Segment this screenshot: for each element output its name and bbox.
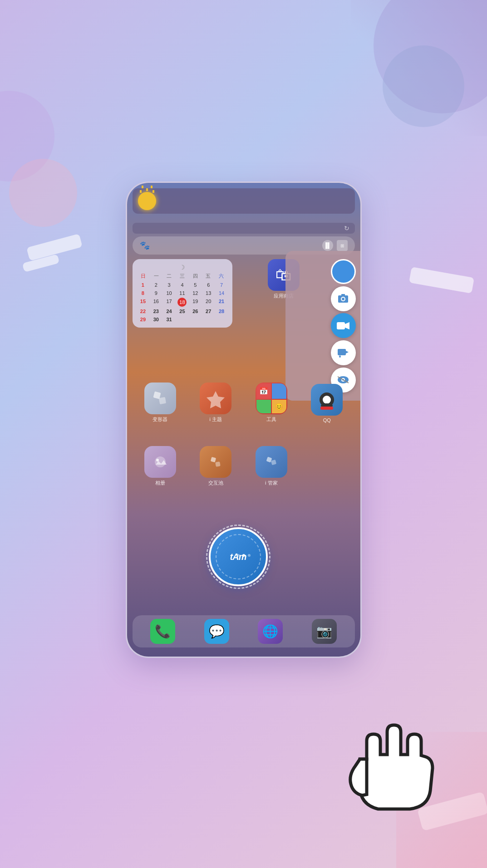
theme-icon [200, 383, 231, 414]
svg-rect-20 [215, 461, 221, 467]
photos-label: 相册 [155, 480, 165, 486]
tools-label: 工具 [266, 416, 276, 423]
svg-rect-22 [271, 460, 276, 465]
voice-icon[interactable]: ▐▌ [322, 240, 333, 251]
svg-point-18 [156, 459, 159, 461]
svg-marker-5 [345, 322, 349, 329]
hand-cursor-svg [342, 696, 442, 823]
message-icon: 💬 [209, 624, 225, 639]
browser-icon: 🌐 [262, 624, 278, 639]
transformer-icon [144, 383, 176, 414]
dock-browser[interactable]: 🌐 [258, 619, 283, 644]
interact-icon [200, 446, 231, 478]
app-item-manager[interactable]: i 管家 [256, 446, 287, 486]
svg-point-2 [342, 298, 344, 300]
app-item-theme[interactable]: i 主题 [200, 383, 231, 423]
app-item-interact[interactable]: 交互池 [200, 446, 231, 486]
screenshot-icon [337, 292, 349, 305]
svg-rect-15 [159, 397, 166, 404]
svg-marker-7 [346, 351, 349, 353]
floating-tap-button[interactable]: tAm [209, 527, 268, 586]
qq-icon [311, 384, 343, 416]
stream-icon [336, 347, 350, 359]
svg-rect-19 [211, 457, 216, 462]
phone-icon: 📞 [155, 624, 171, 639]
placeholder-icon [311, 455, 343, 486]
camera-icon: 📷 [316, 624, 332, 639]
apps-row-2: 相册 交互池 [133, 446, 355, 486]
record-dot-icon [338, 267, 348, 277]
video-icon [336, 320, 350, 331]
calendar-grid: 1234567 891011121314 151617 18 192021 22… [137, 281, 228, 323]
bg-circle-3 [9, 159, 77, 227]
bg-circle-4 [383, 45, 464, 127]
date-bar: ↻ [133, 223, 355, 234]
tools-icon: 📅 😊 [256, 383, 287, 414]
svg-rect-3 [341, 294, 345, 296]
phone-screen: ↻ 🐾 ▐▌ ⊞ ☽ 日 一二三四 五六 [127, 183, 360, 657]
hand-cursor-container [342, 696, 442, 823]
deco-stripe-3 [409, 267, 474, 294]
app-item-transformer[interactable]: 变形器 [144, 383, 176, 423]
weather-bar [133, 188, 355, 214]
app-item-qq[interactable]: QQ [311, 384, 343, 423]
phone-frame: ↻ 🐾 ▐▌ ⊞ ☽ 日 一二三四 五六 [126, 181, 362, 658]
tap-button-circle[interactable]: tAm [209, 527, 268, 586]
svg-rect-4 [337, 322, 345, 329]
refresh-icon: ↻ [344, 225, 349, 232]
manager-label: i 管家 [265, 480, 278, 486]
photos-icon [144, 446, 176, 478]
svg-marker-16 [207, 391, 225, 408]
dot-3 [248, 554, 251, 557]
screenshot-button[interactable] [331, 286, 356, 311]
transformer-label: 变形器 [152, 416, 167, 423]
dock-phone[interactable]: 📞 [150, 619, 175, 644]
weather-left [138, 192, 160, 210]
dock-message[interactable]: 💬 [204, 619, 229, 644]
calendar-header: 日 一二三四 五六 [137, 273, 228, 280]
scan-icon[interactable]: ⊞ [337, 240, 348, 251]
record-button[interactable] [331, 259, 356, 284]
bottom-dock: 📞 💬 🌐 📷 [133, 615, 355, 647]
sun-icon [138, 192, 156, 210]
search-action-icons: ▐▌ ⊞ [322, 240, 348, 251]
floating-menu [285, 251, 360, 401]
tap-label: tAm [230, 552, 246, 562]
stream-button[interactable] [331, 340, 356, 365]
interact-label: 交互池 [208, 480, 223, 486]
qq-label: QQ [323, 417, 331, 423]
app-item-photos[interactable]: 相册 [144, 446, 176, 486]
dock-camera[interactable]: 📷 [312, 619, 337, 644]
svg-rect-6 [338, 349, 346, 355]
calendar-widget: ☽ 日 一二三四 五六 1234567 891011121314 151617 … [133, 259, 232, 328]
video-record-button[interactable] [331, 313, 356, 338]
manager-icon [256, 446, 287, 478]
moon-icon: ☽ [137, 264, 228, 271]
apps-row-1: 变形器 i 主题 📅 [133, 383, 355, 423]
phone-mockup: ↻ 🐾 ▐▌ ⊞ ☽ 日 一二三四 五六 [126, 181, 362, 658]
theme-label: i 主题 [210, 416, 222, 423]
floating-tap-button-container[interactable]: tAm [209, 527, 268, 586]
search-paw-icon: 🐾 [140, 240, 150, 250]
app-item-tools[interactable]: 📅 😊 工具 [256, 383, 287, 423]
